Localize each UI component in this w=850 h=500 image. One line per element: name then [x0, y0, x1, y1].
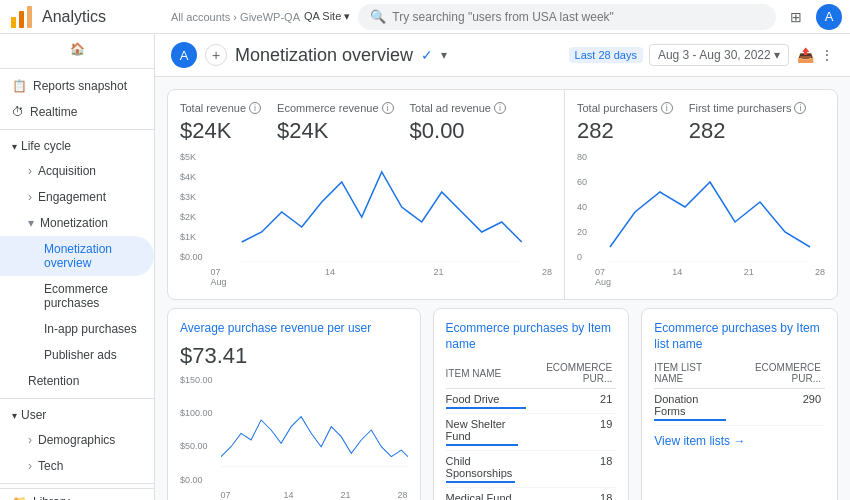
item-list-value-cell: 290	[730, 389, 825, 426]
y-axis-labels: $5K $4K $3K $2K $1K $0.00	[180, 152, 207, 262]
col2-item-list: ITEM LIST NAME	[654, 358, 729, 389]
table-row: New Shelter Fund 19	[446, 414, 617, 451]
item-value-cell: 21	[530, 389, 616, 414]
total-revenue-metric: Total revenue i $24K	[180, 102, 261, 152]
first-time-purchasers-metric: First time purchasers i 282	[689, 102, 807, 152]
total-purchasers-info-icon[interactable]: i	[661, 102, 673, 114]
sidebar-item-demographics[interactable]: › Demographics	[0, 427, 154, 453]
realtime-icon: ⏱	[12, 105, 24, 119]
table-row: Child Sponsorships 18	[446, 451, 617, 488]
sidebar-group-lifecycle[interactable]: ▾ Life cycle	[0, 134, 154, 158]
avg-sparkline	[221, 375, 408, 485]
date-selector[interactable]: Aug 3 - Aug 30, 2022 ▾	[649, 44, 789, 66]
svg-rect-3	[11, 17, 16, 28]
item-bar	[446, 481, 515, 483]
sidebar-item-publisher[interactable]: Publisher ads	[0, 342, 154, 368]
item-bar	[654, 419, 725, 421]
sidebar-item-engagement[interactable]: › Engagement	[0, 184, 154, 210]
avg-chart-area: $150.00 $100.00 $50.00 $0.00 07Aug 14	[180, 375, 408, 500]
first-time-value: 282	[689, 118, 807, 144]
library-icon: 📁	[12, 495, 27, 500]
bottom-row: Average purchase revenue per user $73.41…	[155, 308, 850, 500]
sidebar-item-realtime[interactable]: ⏱ Realtime	[0, 99, 154, 125]
search-icon: 🔍	[370, 9, 386, 24]
ecommerce-table2-card: Ecommerce purchases by Item list name IT…	[641, 308, 838, 500]
expand-down-icon: ▾	[28, 216, 34, 230]
total-revenue-value: $24K	[180, 118, 261, 144]
sidebar-item-library[interactable]: 📁 Library	[0, 488, 154, 500]
ecommerce-table1-title: Ecommerce purchases by Item name	[446, 321, 617, 352]
total-ad-info-icon[interactable]: i	[494, 102, 506, 114]
table-header-row: ITEM NAME ECOMMERCE PUR...	[446, 358, 617, 389]
avg-x-axis: 07Aug 14 21 28	[221, 488, 408, 500]
ecommerce-table2-title: Ecommerce purchases by Item list name	[654, 321, 825, 352]
expand-icon: ▾	[12, 410, 17, 421]
header-actions: ⊞ A	[784, 4, 842, 30]
sidebar-item-monetization-overview[interactable]: Monetization overview	[0, 236, 154, 276]
purchaser-chart-area: 80 60 40 20 0 07Aug	[577, 152, 825, 287]
chevron-right-icon: ›	[28, 164, 32, 178]
sidebar-item-retention[interactable]: Retention	[0, 368, 154, 394]
analytics-logo-icon	[8, 3, 36, 31]
first-time-label: First time purchasers i	[689, 102, 807, 114]
sidebar-item-tech[interactable]: › Tech	[0, 453, 154, 479]
revenue-chart-area: $5K $4K $3K $2K $1K $0.00	[180, 152, 552, 287]
item-value-cell: 19	[530, 414, 616, 451]
y-axis-right: 80 60 40 20 0	[577, 152, 591, 262]
view-item-lists-link[interactable]: View item lists →	[654, 434, 825, 448]
logo-area: Analytics	[8, 3, 163, 31]
sidebar-item-acquisition[interactable]: › Acquisition	[0, 158, 154, 184]
sidebar-item-inapp[interactable]: In-app purchases	[0, 316, 154, 342]
total-ad-value: $0.00	[410, 118, 506, 144]
dropdown-icon[interactable]: ▾	[441, 48, 447, 62]
table-row: Donation Forms 290	[654, 389, 825, 426]
table-row: Medical Fund 18	[446, 488, 617, 500]
avg-chart: 07Aug 14 21 28	[221, 375, 408, 500]
breadcrumb: All accounts › GiveWP-QA QA Site ▾	[171, 10, 350, 23]
ecommerce-table2-body: Donation Forms 290	[654, 389, 825, 426]
verified-icon: ✓	[421, 47, 433, 63]
total-revenue-label: Total revenue i	[180, 102, 261, 114]
item-list-name-cell: Donation Forms	[654, 389, 729, 426]
item-value-cell: 18	[530, 488, 616, 500]
share-icon[interactable]: 📤	[797, 47, 814, 63]
sidebar-item-reports[interactable]: 📋 Reports snapshot	[0, 73, 154, 99]
app-name: Analytics	[42, 8, 106, 26]
avg-purchase-card: Average purchase revenue per user $73.41…	[167, 308, 421, 500]
table2-header-row: ITEM LIST NAME ECOMMERCE PUR...	[654, 358, 825, 389]
sidebar-item-monetization[interactable]: ▾ Monetization	[0, 210, 154, 236]
sidebar: 🏠 📋 Reports snapshot ⏱ Realtime ▾ Life c…	[0, 34, 155, 500]
content-area: A + Monetization overview ✓ ▾ Last 28 da…	[155, 34, 850, 500]
item-bar	[446, 407, 527, 409]
sidebar-home-icon[interactable]: 🏠	[0, 34, 154, 64]
avg-purchase-value: $73.41	[180, 343, 408, 369]
col-ecommerce-pur: ECOMMERCE PUR...	[530, 358, 616, 389]
first-time-info-icon[interactable]: i	[794, 102, 806, 114]
ecommerce-table2: ITEM LIST NAME ECOMMERCE PUR... Donation…	[654, 358, 825, 426]
grid-icon[interactable]: ⊞	[784, 5, 808, 29]
sidebar-item-ecommerce[interactable]: Ecommerce purchases	[0, 276, 154, 316]
top-metrics-card: Total revenue i $24K Ecommerce revenue i…	[167, 89, 838, 300]
sidebar-group-user[interactable]: ▾ User	[0, 403, 154, 427]
total-revenue-info-icon[interactable]: i	[249, 102, 261, 114]
svg-rect-2	[27, 6, 32, 28]
chevron-right-icon: ›	[28, 433, 32, 447]
total-ad-label: Total ad revenue i	[410, 102, 506, 114]
revenue-chart: 07Aug 14 21 28	[211, 152, 552, 287]
x-axis-right-labels: 07Aug 14 21 28	[595, 265, 825, 287]
chevron-right-icon: ›	[28, 190, 32, 204]
item-value-cell: 18	[530, 451, 616, 488]
ecommerce-revenue-info-icon[interactable]: i	[382, 102, 394, 114]
avatar[interactable]: A	[816, 4, 842, 30]
add-button[interactable]: +	[205, 44, 227, 66]
page-title: Monetization overview	[235, 45, 413, 66]
search-input[interactable]	[392, 10, 764, 24]
main-layout: 🏠 📋 Reports snapshot ⏱ Realtime ▾ Life c…	[0, 34, 850, 500]
top-metrics-section: Total revenue i $24K Ecommerce revenue i…	[155, 77, 850, 308]
more-options-icon[interactable]: ⋮	[820, 47, 834, 63]
ecommerce-table1-card: Ecommerce purchases by Item name ITEM NA…	[433, 308, 630, 500]
avg-y-axis: $150.00 $100.00 $50.00 $0.00	[180, 375, 217, 485]
total-purchasers-value: 282	[577, 118, 673, 144]
search-bar[interactable]: 🔍	[358, 4, 776, 30]
avg-purchase-title: Average purchase revenue per user	[180, 321, 408, 337]
